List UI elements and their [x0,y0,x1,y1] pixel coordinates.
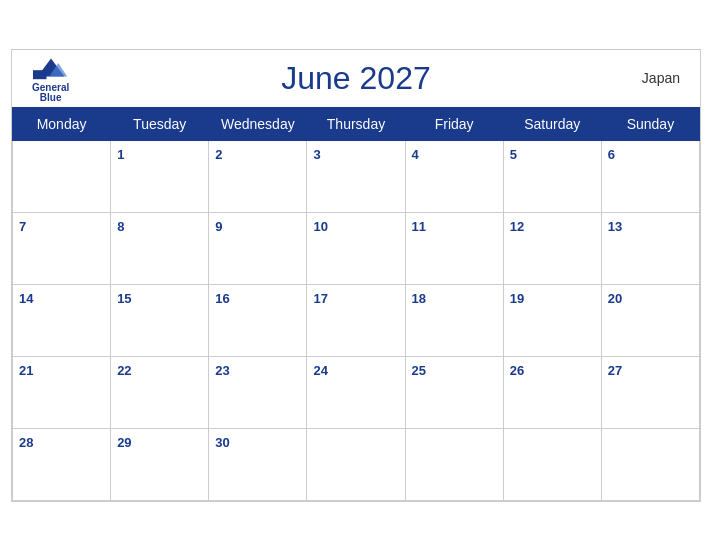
logo: General Blue [32,54,69,103]
country-label: Japan [642,70,680,86]
week-row-5: 282930 [13,428,700,500]
day-number: 23 [215,363,229,378]
calendar-cell [405,428,503,500]
calendar-cell: 11 [405,212,503,284]
day-number: 27 [608,363,622,378]
calendar-cell: 13 [601,212,699,284]
day-number: 12 [510,219,524,234]
calendar-cell: 24 [307,356,405,428]
header-saturday: Saturday [503,107,601,140]
calendar-cell: 3 [307,140,405,212]
calendar-cell: 27 [601,356,699,428]
day-number: 18 [412,291,426,306]
day-number: 28 [19,435,33,450]
day-number: 2 [215,147,222,162]
day-number: 29 [117,435,131,450]
week-row-4: 21222324252627 [13,356,700,428]
calendar-cell [13,140,111,212]
calendar-cell: 28 [13,428,111,500]
calendar-title: June 2027 [281,60,430,97]
day-number: 6 [608,147,615,162]
calendar-cell [601,428,699,500]
day-number: 22 [117,363,131,378]
day-number: 5 [510,147,517,162]
day-number: 7 [19,219,26,234]
header-sunday: Sunday [601,107,699,140]
svg-rect-3 [33,70,47,79]
calendar-cell: 15 [111,284,209,356]
day-number: 17 [313,291,327,306]
day-number: 13 [608,219,622,234]
calendar-cell: 5 [503,140,601,212]
calendar-cell: 6 [601,140,699,212]
day-number: 11 [412,219,426,234]
calendar: General Blue June 2027 Japan Monday Tues… [11,49,701,502]
header-thursday: Thursday [307,107,405,140]
day-number: 24 [313,363,327,378]
day-number: 9 [215,219,222,234]
calendar-cell: 23 [209,356,307,428]
day-number: 14 [19,291,33,306]
calendar-cell: 30 [209,428,307,500]
logo-blue-text: Blue [40,93,62,103]
day-number: 8 [117,219,124,234]
day-number: 1 [117,147,124,162]
day-number: 4 [412,147,419,162]
calendar-cell: 19 [503,284,601,356]
header-tuesday: Tuesday [111,107,209,140]
calendar-header: General Blue June 2027 Japan [12,50,700,107]
calendar-cell: 10 [307,212,405,284]
week-row-2: 78910111213 [13,212,700,284]
calendar-cell: 1 [111,140,209,212]
calendar-cell: 9 [209,212,307,284]
calendar-cell: 2 [209,140,307,212]
day-number: 20 [608,291,622,306]
day-number: 30 [215,435,229,450]
day-number: 16 [215,291,229,306]
calendar-cell: 29 [111,428,209,500]
calendar-cell [307,428,405,500]
calendar-cell: 16 [209,284,307,356]
calendar-cell: 22 [111,356,209,428]
calendar-cell: 4 [405,140,503,212]
calendar-cell: 12 [503,212,601,284]
day-number: 10 [313,219,327,234]
header-friday: Friday [405,107,503,140]
calendar-cell: 26 [503,356,601,428]
day-number: 19 [510,291,524,306]
calendar-cell: 17 [307,284,405,356]
calendar-table: Monday Tuesday Wednesday Thursday Friday… [12,107,700,501]
header-wednesday: Wednesday [209,107,307,140]
calendar-cell: 20 [601,284,699,356]
calendar-cell: 7 [13,212,111,284]
header-monday: Monday [13,107,111,140]
days-header-row: Monday Tuesday Wednesday Thursday Friday… [13,107,700,140]
calendar-cell: 18 [405,284,503,356]
calendar-cell [503,428,601,500]
calendar-cell: 25 [405,356,503,428]
week-row-3: 14151617181920 [13,284,700,356]
calendar-cell: 21 [13,356,111,428]
day-number: 21 [19,363,33,378]
calendar-cell: 8 [111,212,209,284]
day-number: 26 [510,363,524,378]
day-number: 15 [117,291,131,306]
day-number: 25 [412,363,426,378]
week-row-1: 123456 [13,140,700,212]
calendar-cell: 14 [13,284,111,356]
day-number: 3 [313,147,320,162]
